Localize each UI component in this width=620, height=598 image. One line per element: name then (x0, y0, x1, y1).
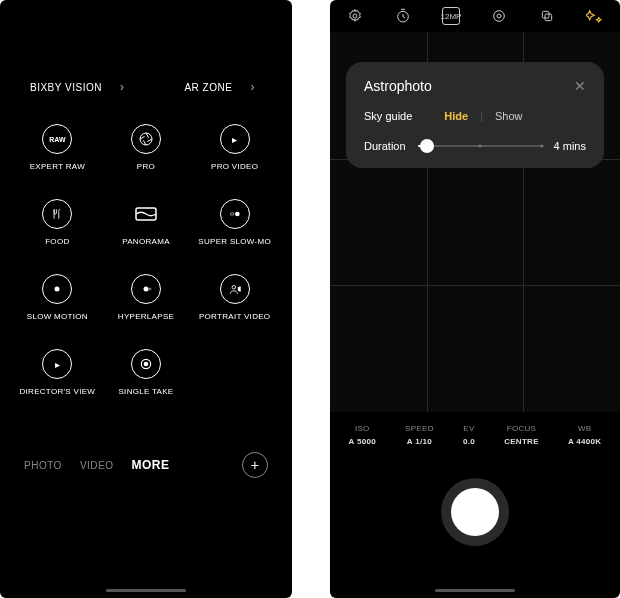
home-indicator[interactable] (106, 589, 186, 592)
bixby-vision-link[interactable]: BIXBY VISION › (30, 80, 124, 94)
director-icon: ▸ (42, 349, 72, 379)
shutter-area (330, 458, 620, 586)
astrophoto-panel: Astrophoto ✕ Sky guide Hide | Show Durat… (346, 62, 604, 168)
svg-point-3 (55, 287, 60, 292)
ev-value: 0.0 (463, 437, 475, 446)
portrait-video-icon (220, 274, 250, 304)
tab-video[interactable]: VIDEO (80, 460, 114, 471)
svg-point-12 (497, 14, 501, 18)
mode-expert-raw[interactable]: RAW EXPERT RAW (18, 124, 97, 171)
mode-pro[interactable]: PRO (107, 124, 186, 171)
mode-label: PANORAMA (122, 237, 170, 246)
chevron-right-icon: › (120, 80, 125, 94)
mode-grid: RAW EXPERT RAW PRO ▸ PRO VIDEO FOOD PANO… (0, 114, 292, 406)
mode-single-take[interactable]: SINGLE TAKE (107, 349, 186, 396)
ev-label: EV (463, 424, 475, 433)
single-take-icon (131, 349, 161, 379)
mode-label: PRO VIDEO (211, 162, 258, 171)
tab-more[interactable]: MORE (132, 458, 170, 472)
mode-panorama[interactable]: PANORAMA (107, 199, 186, 246)
food-icon (42, 199, 72, 229)
home-indicator[interactable] (435, 589, 515, 592)
svg-rect-2 (230, 213, 234, 215)
svg-point-11 (494, 11, 505, 22)
slowmotion-icon (42, 274, 72, 304)
wb-label: WB (568, 424, 601, 433)
focus-control[interactable]: FOCUS CENTRE (504, 424, 539, 446)
sky-guide-label: Sky guide (364, 110, 412, 122)
aperture-icon (131, 124, 161, 154)
mode-label: EXPERT RAW (30, 162, 85, 171)
shutter-inner (451, 488, 499, 536)
mode-label: DIRECTOR'S VIEW (19, 387, 95, 396)
iso-value: A 5000 (349, 437, 376, 446)
close-icon[interactable]: ✕ (574, 78, 586, 94)
bixby-vision-label: BIXBY VISION (30, 82, 102, 93)
play-icon: ▸ (220, 124, 250, 154)
svg-point-8 (144, 362, 148, 366)
mode-label: SUPER SLOW-MO (198, 237, 271, 246)
separator: | (480, 110, 483, 122)
sky-guide-hide[interactable]: Hide (444, 110, 468, 122)
super-slowmo-icon (220, 199, 250, 229)
raw-icon: RAW (42, 124, 72, 154)
focus-value: CENTRE (504, 437, 539, 446)
grid-line (330, 285, 620, 286)
gear-icon[interactable] (346, 7, 364, 25)
ar-zone-label: AR ZONE (184, 82, 232, 93)
panorama-icon (131, 199, 161, 229)
resolution-badge[interactable]: 12MP (442, 7, 460, 25)
slider-thumb[interactable] (420, 139, 434, 153)
duration-value: 4 mins (554, 140, 586, 152)
mode-label: FOOD (45, 237, 69, 246)
panel-title: Astrophoto (364, 78, 432, 94)
slider-tick (540, 145, 543, 148)
mode-super-slowmo[interactable]: SUPER SLOW-MO (195, 199, 274, 246)
speed-control[interactable]: SPEED A 1/10 (405, 424, 434, 446)
shutter-button[interactable] (441, 478, 509, 546)
pro-controls: ISO A 5000 SPEED A 1/10 EV 0.0 FOCUS CEN… (330, 412, 620, 458)
mode-label: PRO (137, 162, 155, 171)
svg-point-4 (143, 287, 148, 292)
tab-photo[interactable]: PHOTO (24, 460, 62, 471)
svg-point-6 (232, 286, 236, 290)
svg-point-9 (353, 14, 357, 18)
astro-icon[interactable] (586, 7, 604, 25)
camera-more-screen: BIXBY VISION › AR ZONE › RAW EXPERT RAW … (0, 0, 292, 598)
top-toolbar: 12MP (330, 0, 620, 32)
mode-slow-motion[interactable]: SLOW MOTION (18, 274, 97, 321)
mode-food[interactable]: FOOD (18, 199, 97, 246)
wb-control[interactable]: WB A 4400K (568, 424, 601, 446)
ratio-icon[interactable] (538, 7, 556, 25)
iso-control[interactable]: ISO A 5000 (349, 424, 376, 446)
duration-label: Duration (364, 140, 406, 152)
iso-label: ISO (349, 424, 376, 433)
svg-point-0 (140, 133, 152, 145)
mode-portrait-video[interactable]: PORTRAIT VIDEO (195, 274, 274, 321)
mode-pro-video[interactable]: ▸ PRO VIDEO (195, 124, 274, 171)
add-button[interactable]: + (242, 452, 268, 478)
timer-icon[interactable] (394, 7, 412, 25)
mode-hyperlapse[interactable]: HYPERLAPSE (107, 274, 186, 321)
ar-zone-link[interactable]: AR ZONE › (184, 80, 254, 94)
slider-tick (478, 145, 481, 148)
svg-point-1 (235, 212, 240, 217)
mode-label: SINGLE TAKE (118, 387, 173, 396)
mode-label: HYPERLAPSE (118, 312, 174, 321)
focus-icon[interactable] (490, 7, 508, 25)
astrophoto-screen: 12MP Astrophoto ✕ Sky guide Hide | Sho (330, 0, 620, 598)
duration-slider[interactable] (418, 145, 542, 147)
mode-directors-view[interactable]: ▸ DIRECTOR'S VIEW (18, 349, 97, 396)
chevron-right-icon: › (250, 80, 255, 94)
viewfinder[interactable]: Astrophoto ✕ Sky guide Hide | Show Durat… (330, 32, 620, 412)
sky-guide-show[interactable]: Show (495, 110, 523, 122)
svg-point-5 (149, 288, 151, 290)
speed-value: A 1/10 (405, 437, 434, 446)
ev-control[interactable]: EV 0.0 (463, 424, 475, 446)
bottom-tabs: PHOTO VIDEO MORE + (0, 452, 292, 478)
focus-label: FOCUS (504, 424, 539, 433)
hyperlapse-icon (131, 274, 161, 304)
mode-label: SLOW MOTION (27, 312, 88, 321)
wb-value: A 4400K (568, 437, 601, 446)
mode-label: PORTRAIT VIDEO (199, 312, 270, 321)
